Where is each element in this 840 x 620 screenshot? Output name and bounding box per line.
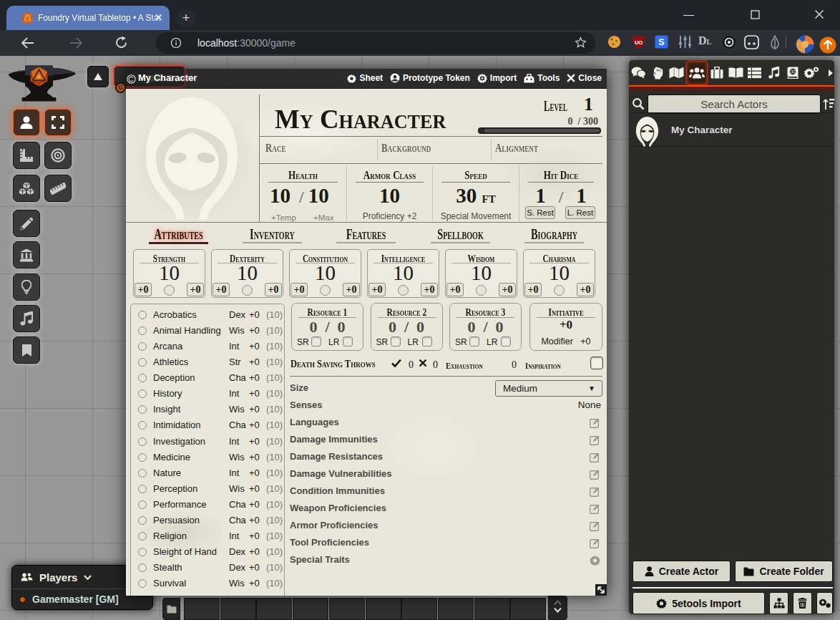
svg-text:S: S xyxy=(658,37,664,47)
svg-text:UO: UO xyxy=(635,39,643,46)
